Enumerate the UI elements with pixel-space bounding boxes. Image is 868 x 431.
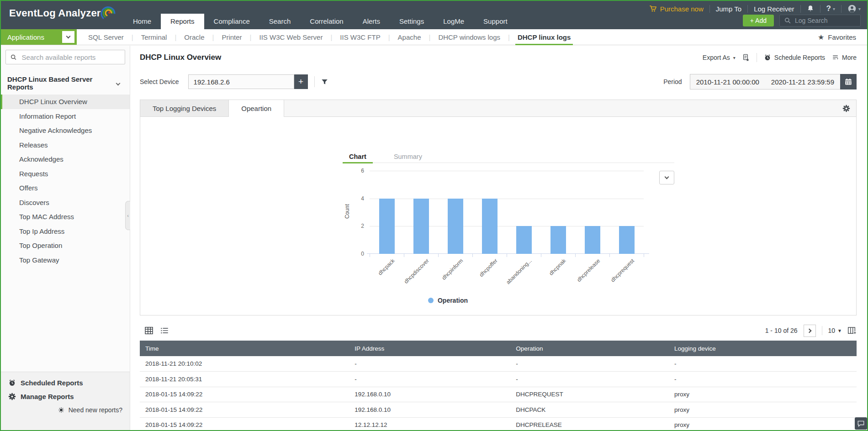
tab-apache[interactable]: Apache [390, 30, 429, 45]
grid-view-button[interactable] [145, 327, 153, 334]
chart-tab-summary[interactable]: Summary [391, 151, 425, 163]
applications-dropdown[interactable]: Applications [1, 29, 77, 45]
report-search-input[interactable] [21, 53, 120, 62]
bar-dhcpnak[interactable] [550, 226, 566, 254]
tab-iis-w3c-web-server[interactable]: IIS W3C Web Server [252, 30, 331, 45]
speech-bubble-icon [857, 420, 864, 427]
report-panel: Top Logging DevicesOpeartion ChartSummar… [140, 100, 857, 315]
tab-oracle[interactable]: Oracle [176, 30, 212, 45]
user-menu[interactable]: ▾ [847, 4, 861, 13]
tab-sql-server[interactable]: SQL Server [80, 30, 132, 45]
bar-dhcprelease[interactable] [585, 226, 600, 254]
more-menu-button[interactable]: More [832, 54, 857, 61]
bar-dhcpdiscover[interactable] [413, 199, 429, 254]
nav-item-alerts[interactable]: Alerts [353, 14, 390, 29]
tab-dhcp-linux-logs[interactable]: DHCP linux logs [510, 30, 578, 45]
device-filter-button[interactable] [321, 79, 328, 85]
list-view-button[interactable] [160, 327, 169, 334]
bar-dhcpoffer[interactable] [482, 199, 498, 254]
panel-tab-opeartion[interactable]: Opeartion [229, 100, 284, 116]
table-row[interactable]: 2018-01-15 14:09:2212.12.12.12DHCPRELEAS… [140, 417, 857, 431]
chart-tab-chart[interactable]: Chart [346, 151, 369, 163]
table-cell: 2018-01-15 14:09:22 [140, 387, 349, 402]
add-device-button[interactable]: + [294, 74, 308, 89]
device-input[interactable] [188, 74, 294, 89]
separator [709, 5, 710, 13]
bar-dhcpinform[interactable] [448, 199, 463, 254]
bar-dhcpack[interactable] [379, 199, 395, 254]
page-size-dropdown[interactable]: 10 ▼ [828, 327, 842, 334]
export-as-dropdown[interactable]: Export As ▾ [703, 54, 736, 61]
panel-tab-top-logging-devices[interactable]: Top Logging Devices [140, 100, 229, 116]
calendar-button[interactable] [840, 74, 857, 89]
chart-legend[interactable]: Operation [140, 297, 756, 304]
export-settings-button[interactable] [742, 54, 750, 61]
table-row[interactable]: 2018-11-21 20:05:31--- [140, 372, 857, 387]
jump-to-link[interactable]: Jump To [716, 5, 741, 13]
log-search-button[interactable]: Log Search [779, 15, 861, 26]
eventlog-analyzer-window: EventLog Analyzer HomeReportsComplianceS… [0, 0, 868, 431]
sidebar-item-dhcp-linux-overview[interactable]: DHCP Linux Overview [1, 95, 130, 109]
nav-item-settings[interactable]: Settings [390, 14, 434, 29]
favorites-button[interactable]: ★ Favorites [818, 29, 867, 45]
sidebar-item-acknowledges[interactable]: Acknowledges [1, 152, 130, 167]
tab-iis-w3c-ftp[interactable]: IIS W3C FTP [332, 30, 388, 45]
nav-item-support[interactable]: Support [474, 14, 517, 29]
bar-slot [370, 199, 404, 254]
column-header-logging-device[interactable]: Logging device [669, 341, 857, 356]
notifications-button[interactable] [807, 5, 814, 13]
table-row[interactable]: 2018-11-21 20:10:02--- [140, 356, 857, 372]
bar-dhcprequest[interactable] [619, 226, 635, 254]
purchase-now-link[interactable]: Purchase now [649, 5, 704, 13]
sidebar-item-top-ip-address[interactable]: Top Ip Address [1, 224, 130, 239]
search-icon [784, 17, 791, 24]
column-chooser-button[interactable] [848, 327, 857, 335]
sidebar-item-top-operation[interactable]: Top Operation [1, 238, 130, 253]
bar-abandoning[interactable] [516, 226, 532, 254]
column-header-time[interactable]: Time [140, 341, 349, 356]
nav-item-reports[interactable]: Reports [161, 14, 204, 29]
x-axis-label: dhcprequest [610, 258, 636, 284]
nav-item-home[interactable]: Home [123, 14, 161, 29]
log-receiver-link[interactable]: Log Receiver [754, 5, 794, 13]
table-grid-icon [145, 327, 153, 334]
sidebar-item-top-gateway[interactable]: Top Gateway [1, 253, 130, 268]
help-menu[interactable]: ? ▾ [826, 4, 835, 13]
report-group-header[interactable]: DHCP Linux Based Server Reports [7, 75, 123, 91]
column-header-ip-address[interactable]: IP Address [349, 341, 510, 356]
nav-item-search[interactable]: Search [259, 14, 301, 29]
scheduled-reports-link[interactable]: Scheduled Reports [8, 379, 122, 387]
app-logo[interactable]: EventLog Analyzer [9, 6, 116, 20]
sidebar-item-information-report[interactable]: Information Report [1, 109, 130, 124]
tab-dhcp-windows-logs[interactable]: DHCP windows logs [430, 30, 508, 45]
next-page-button[interactable] [804, 325, 816, 337]
nav-item-correlation[interactable]: Correlation [300, 14, 353, 29]
period-range-field: 2010-11-21 00:00:00 2020-11-21 23:59:59 [690, 74, 857, 89]
table-row[interactable]: 2018-01-15 14:09:22192.168.0.10DHCPREQUE… [140, 387, 857, 402]
sidebar-item-top-mac-address[interactable]: Top MAC Address [1, 210, 130, 224]
tab-terminal[interactable]: Terminal [133, 30, 175, 45]
sidebar-item-offers[interactable]: Offers [1, 181, 130, 195]
applications-dropdown-toggle[interactable] [62, 31, 74, 43]
manage-reports-link[interactable]: Manage Reports [8, 393, 122, 400]
period-to-value[interactable]: 2020-11-21 23:59:59 [765, 78, 840, 86]
panel-settings-button[interactable] [842, 100, 856, 116]
period-from-value[interactable]: 2010-11-21 00:00:00 [690, 78, 765, 86]
sidebar-item-negative-acknowledges[interactable]: Negative Acknowledges [1, 123, 130, 138]
sidebar-item-discovers[interactable]: Discovers [1, 195, 130, 210]
need-new-reports-link[interactable]: Need new reports? [8, 406, 122, 414]
column-header-operation[interactable]: Operation [510, 341, 669, 356]
sidebar-collapse-handle[interactable]: ‹ [125, 201, 130, 230]
sidebar-item-releases[interactable]: Releases [1, 138, 130, 152]
nav-item-logme[interactable]: LogMe [434, 14, 474, 29]
bell-icon [807, 5, 814, 13]
chart-options-button[interactable] [659, 171, 674, 184]
add-button[interactable]: + Add [743, 15, 774, 26]
table-row[interactable]: 2018-01-15 14:09:22192.168.0.10DHCPACKpr… [140, 402, 857, 418]
sidebar-item-requests[interactable]: Requests [1, 167, 130, 181]
schedule-reports-button[interactable]: Schedule Reports [764, 54, 825, 61]
nav-item-compliance[interactable]: Compliance [204, 14, 259, 29]
tab-printer[interactable]: Printer [214, 30, 249, 45]
lightbulb-icon [58, 406, 65, 414]
chat-feedback-button[interactable] [855, 417, 867, 430]
